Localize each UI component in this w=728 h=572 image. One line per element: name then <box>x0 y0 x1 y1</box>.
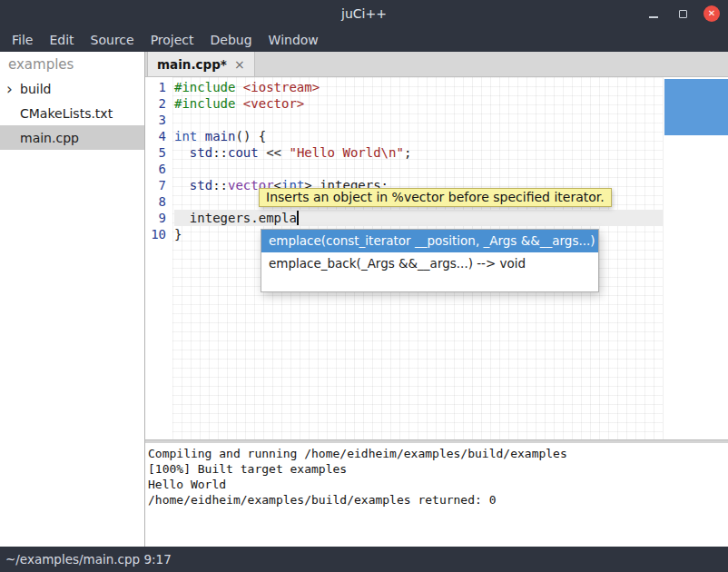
code-token: #include <box>174 80 243 94</box>
line-number: 3 <box>145 112 166 128</box>
code-token: () { <box>235 129 266 143</box>
main-panel: main.cpp* × 12345678910 #include <iostre… <box>145 52 728 547</box>
tab-bar: main.cpp* × <box>145 52 728 77</box>
line-number: 7 <box>145 177 166 193</box>
code-token <box>174 145 190 160</box>
menubar: FileEditSourceProjectDebugWindow <box>0 27 728 52</box>
code-token: integers.empla <box>174 211 297 225</box>
maximize-button[interactable] <box>674 5 691 22</box>
code-token <box>174 178 190 192</box>
line-number: 5 <box>145 144 166 161</box>
code-line-5: std::cout << "Hello World\n"; <box>174 144 663 161</box>
tree-item-build[interactable]: ›build <box>0 76 144 101</box>
code-line-2: #include <vector> <box>174 95 663 112</box>
terminal-line: [100%] Built target examples <box>148 461 728 477</box>
code-token: int <box>174 129 197 143</box>
code-editor[interactable]: 12345678910 #include <iostream>#include … <box>145 77 728 439</box>
menu-file[interactable]: File <box>4 27 41 52</box>
code-token: :: <box>212 178 228 192</box>
line-number: 2 <box>145 95 166 112</box>
line-number: 4 <box>145 128 166 144</box>
completion-item[interactable]: emplace(const_iterator __position, _Args… <box>261 230 598 252</box>
tab-label: main.cpp* <box>157 57 227 72</box>
line-number: 10 <box>145 226 166 242</box>
window-controls: ✕ <box>645 0 720 27</box>
window-title: juCi++ <box>341 6 387 21</box>
restore-icon <box>679 10 687 18</box>
code-token: <iostream> <box>243 80 320 94</box>
code-token: <vector> <box>243 96 304 111</box>
status-location: ~/examples/main.cpp 9:17 <box>5 552 172 567</box>
code-token: std <box>190 145 212 160</box>
tree-item-cmakelists-txt[interactable]: CMakeLists.txt <box>0 101 144 125</box>
file-tree-panel: examples ›buildCMakeLists.txtmain.cpp <box>0 52 145 547</box>
tab-main-cpp[interactable]: main.cpp* × <box>147 52 255 76</box>
menu-debug[interactable]: Debug <box>202 27 261 52</box>
line-number: 1 <box>145 79 166 95</box>
line-number: 6 <box>145 161 166 177</box>
code-token: #include <box>174 96 243 111</box>
code-token <box>197 129 204 143</box>
minimize-icon <box>649 16 658 18</box>
line-number-gutter: 12345678910 <box>145 77 172 439</box>
terminal-line: Compiling and running /home/eidheim/exam… <box>148 446 728 461</box>
terminal-line: Hello World <box>148 477 728 492</box>
code-token: ; <box>404 145 411 160</box>
text-cursor <box>297 211 299 225</box>
code-token: main <box>205 129 236 143</box>
scrollbar-thumb[interactable] <box>664 79 728 135</box>
close-icon: ✕ <box>708 9 715 18</box>
tree-item-main-cpp[interactable]: main.cpp <box>0 125 144 150</box>
completion-popup: emplace(const_iterator __position, _Args… <box>261 229 599 292</box>
status-bar: ~/examples/main.cpp 9:17 <box>0 547 728 572</box>
terminal-output: Compiling and running /home/eidheim/exam… <box>145 443 728 547</box>
menu-edit[interactable]: Edit <box>41 27 82 52</box>
project-name: examples <box>0 52 144 76</box>
tree-item-label: CMakeLists.txt <box>20 106 113 121</box>
code-token: } <box>174 227 182 242</box>
minimize-button[interactable] <box>645 5 662 22</box>
close-button[interactable]: ✕ <box>703 5 720 22</box>
code-token: << <box>259 145 290 160</box>
terminal-line: /home/eidheim/examples/build/examples re… <box>148 492 728 508</box>
titlebar[interactable]: juCi++ ✕ <box>0 0 728 27</box>
chevron-right-icon: › <box>6 83 20 95</box>
code-line-3 <box>174 112 663 128</box>
completion-item[interactable]: emplace_back(_Args &&__args...) --> void <box>261 252 598 275</box>
code-line-9: integers.empla <box>174 210 663 226</box>
menu-source[interactable]: Source <box>83 27 143 52</box>
code-line-6 <box>174 161 663 177</box>
tab-close-icon[interactable]: × <box>234 57 245 72</box>
tree-item-label: build <box>20 82 51 96</box>
doc-tooltip: Inserts an object in %vector before spec… <box>259 188 612 207</box>
juci-window: juCi++ ✕ FileEditSourceProjectDebugWindo… <box>0 0 728 572</box>
overview-gutter <box>663 77 728 439</box>
code-token: "Hello World\n" <box>289 145 403 160</box>
line-number: 9 <box>145 210 166 226</box>
menu-project[interactable]: Project <box>143 27 202 52</box>
tree-item-label: main.cpp <box>20 131 79 145</box>
file-tree: ›buildCMakeLists.txtmain.cpp <box>0 76 144 150</box>
code-token: cout <box>228 145 259 160</box>
line-number: 8 <box>145 193 166 210</box>
code-token: :: <box>212 145 228 160</box>
code-line-4: int main() { <box>174 128 663 144</box>
code-line-1: #include <iostream> <box>174 79 663 95</box>
content-area: examples ›buildCMakeLists.txtmain.cpp ma… <box>0 52 728 547</box>
menu-window[interactable]: Window <box>261 27 327 52</box>
code-token: std <box>190 178 212 192</box>
